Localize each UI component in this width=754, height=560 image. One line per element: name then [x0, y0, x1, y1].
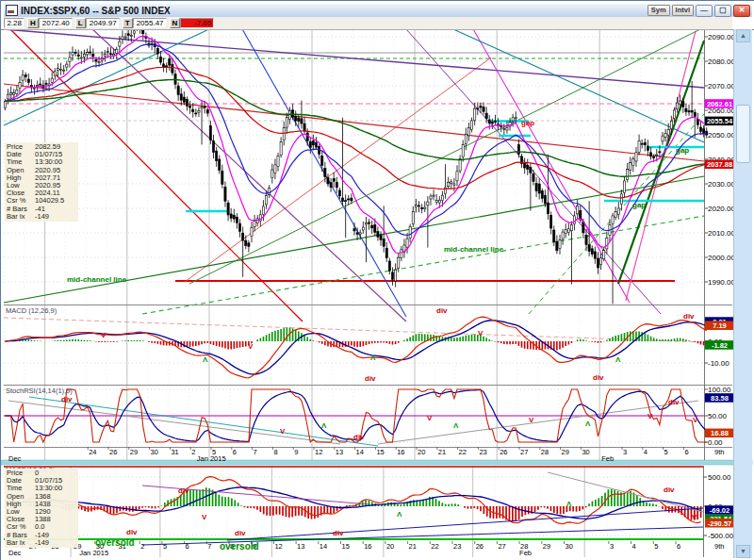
candle-body [16, 90, 18, 93]
date-axis-label: 15 [376, 448, 384, 456]
month-axis-label: Jan 2015 [197, 454, 226, 463]
candle-body [699, 127, 701, 131]
pivot-marker: V [693, 416, 698, 424]
candle-body [66, 64, 68, 67]
maximize-button[interactable]: ▢ [714, 5, 731, 17]
candle-body [192, 109, 194, 111]
date-axis-label: 29 [543, 542, 550, 551]
annotation-gap: gap [521, 119, 534, 127]
candle-body [485, 113, 487, 119]
candle-body [591, 249, 593, 255]
candle-body [209, 126, 211, 140]
candle-body [697, 119, 698, 124]
candle-body [283, 127, 285, 140]
candle-body [119, 41, 121, 46]
candle-body [559, 239, 561, 248]
date-axis-label: 7 [254, 448, 257, 456]
date-axis-label: 12 [274, 542, 282, 551]
candle-body [286, 118, 287, 128]
candle-body [612, 216, 614, 223]
candle-body [483, 107, 484, 112]
candle-body [327, 177, 329, 184]
candle-body [535, 184, 537, 191]
candle-body [219, 159, 221, 171]
candle-body [667, 129, 669, 135]
candle-body [189, 106, 191, 107]
candle-body [527, 165, 529, 169]
pivot-marker: V [427, 414, 433, 422]
candle-body [530, 167, 532, 173]
annotation-div: div [353, 433, 365, 441]
candle-body [588, 244, 590, 251]
candle-body [691, 110, 693, 112]
window-divider [1, 460, 752, 465]
intvl-button[interactable]: Intvl [672, 5, 694, 16]
candle-body [162, 64, 164, 67]
candle-body [315, 142, 317, 147]
candle-body [254, 221, 255, 226]
candle-body [271, 170, 273, 178]
quote-field-label: T [123, 18, 133, 28]
bottom-axis-label: 500.00 [708, 473, 731, 482]
candle-body [641, 143, 643, 144]
scrollbar-thumb[interactable] [736, 105, 750, 163]
scroll-up-arrow[interactable]: ▲ [736, 29, 750, 42]
quote-field-label: H [27, 18, 39, 28]
date-axis-label: 16 [397, 448, 404, 456]
quote-field-value: 2049.97 [86, 18, 120, 28]
candle-body [470, 121, 472, 130]
cursor-data-panel-main: Price2082.59Date01/07/15Time13:30:00Open… [5, 142, 78, 222]
candle-body [644, 142, 646, 145]
candle-body [251, 227, 253, 236]
sym-button[interactable]: Sym [647, 5, 670, 16]
candle-body [597, 258, 598, 268]
candle-body [333, 179, 335, 182]
candle-body [206, 110, 208, 114]
candle-body [183, 97, 185, 102]
candle-body [25, 75, 26, 77]
candle-body [186, 99, 188, 106]
annotation-div: div [593, 373, 604, 382]
candle-body [306, 133, 308, 140]
candle-body [69, 58, 71, 61]
close-button[interactable]: ✕ [733, 5, 750, 17]
candle-body [330, 183, 332, 188]
candle-body [567, 229, 569, 233]
date-axis-label: 7 [207, 542, 211, 551]
last-price-badge: 2055.54 [707, 117, 733, 125]
candle-body [242, 233, 244, 240]
candle-body [594, 252, 596, 258]
candle-body [265, 196, 267, 205]
candle-body [365, 222, 367, 224]
date-axis-label: 14 [356, 448, 364, 456]
candle-body [585, 235, 587, 244]
candle-body [474, 108, 476, 121]
date-axis-label: 30 [582, 448, 589, 456]
candle-body [480, 106, 482, 107]
candle-body [582, 222, 584, 233]
quote-field-value: 2055.47 [133, 18, 167, 28]
candle-body [54, 72, 56, 75]
candle-body [201, 107, 203, 108]
candle-body [627, 170, 629, 180]
candle-body [395, 270, 397, 281]
pivot-marker: V [692, 513, 697, 521]
candle-body [345, 201, 347, 202]
stoch-axis-label: 0.00 [708, 438, 723, 447]
window-titlebar[interactable]: INDEX:$SPX,60 -- S&P 500 INDEX Sym Intvl… [4, 4, 752, 17]
candle-body [90, 52, 91, 53]
candle-body [321, 156, 323, 165]
annotation-oversold: oversold [220, 541, 259, 552]
candle-body [656, 155, 658, 156]
annotation-div: div [668, 398, 680, 406]
candle-body [45, 83, 47, 84]
candle-body [238, 223, 240, 231]
window-title: INDEX:$SPX,60 -- S&P 500 INDEX [21, 6, 171, 16]
scroll-down-arrow[interactable]: ▼ [736, 545, 750, 558]
minimize-button[interactable]: — [696, 5, 713, 17]
vertical-scrollbar[interactable]: ▲ ▼ [733, 29, 752, 558]
bottom-macd-badge: -290.57 [708, 519, 731, 528]
date-axis-label: 30 [566, 542, 573, 551]
pivot-marker: V [529, 416, 534, 424]
candle-body [269, 189, 270, 195]
